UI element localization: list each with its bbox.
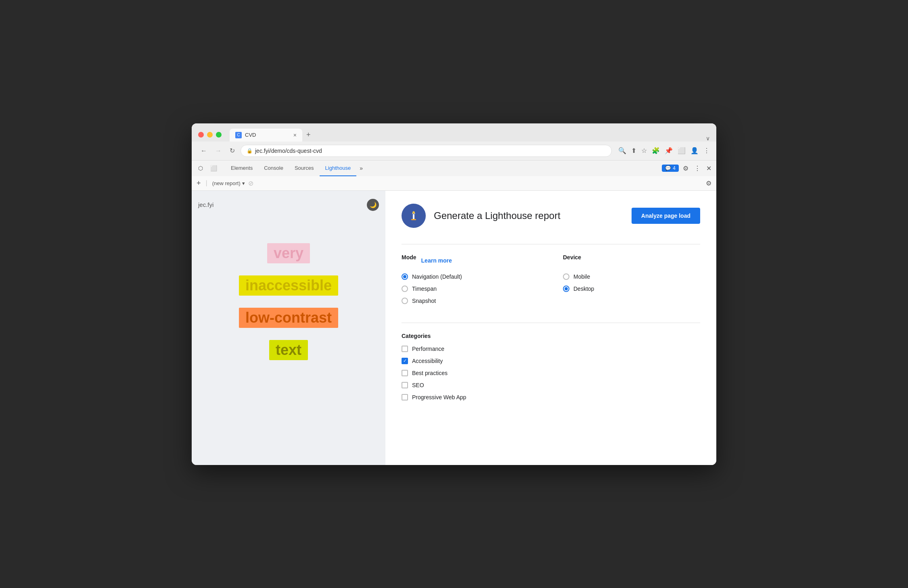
category-best-practices-option[interactable]: Best practices <box>402 370 700 376</box>
minimize-traffic-light[interactable] <box>207 132 213 138</box>
lock-icon: 🔒 <box>247 148 253 154</box>
learn-more-link[interactable]: Learn more <box>421 257 452 264</box>
devtools-close-button[interactable]: ✕ <box>705 163 713 174</box>
mode-timespan-option[interactable]: Timespan <box>402 286 539 292</box>
mode-snapshot-option[interactable]: Snapshot <box>402 298 539 304</box>
categories-section: Categories Performance ✓ Accessibility B… <box>402 333 700 400</box>
pin-icon[interactable]: 📌 <box>665 147 673 154</box>
category-pwa-option[interactable]: Progressive Web App <box>402 394 700 400</box>
mode-header: Mode Learn more <box>402 254 539 267</box>
profile-icon[interactable]: 👤 <box>690 147 699 154</box>
back-button[interactable]: ← <box>198 146 209 156</box>
header-divider <box>402 244 700 244</box>
tabs-chevron[interactable]: ∨ <box>706 135 710 142</box>
devtools-settings-button[interactable]: ⚙ <box>681 163 690 174</box>
mode-divider <box>402 323 700 323</box>
share-icon[interactable]: ⬆ <box>631 147 636 154</box>
category-performance-checkbox[interactable] <box>402 346 408 352</box>
forward-button[interactable]: → <box>213 146 224 156</box>
tab-favicon: C <box>235 132 242 138</box>
devtools-more-options-button[interactable]: ⋮ <box>693 163 702 174</box>
toolbar-add-button[interactable]: + <box>197 179 201 188</box>
analyze-page-load-button[interactable]: Analyze page load <box>632 208 700 224</box>
tab-lighthouse[interactable]: Lighthouse <box>320 161 357 176</box>
toolbar-report-selector[interactable]: (new report) ▾ <box>212 180 245 186</box>
svg-point-3 <box>412 211 415 214</box>
tab-title: CVD <box>245 132 256 138</box>
tab-console[interactable]: Console <box>258 161 289 176</box>
mode-snapshot-label: Snapshot <box>412 298 436 304</box>
svg-rect-1 <box>413 214 414 220</box>
reload-button[interactable]: ↻ <box>227 145 237 156</box>
device-desktop-label: Desktop <box>573 286 594 292</box>
mode-timespan-radio[interactable] <box>402 286 408 292</box>
devtools-badge[interactable]: 💬 4 <box>662 165 679 172</box>
maximize-traffic-light[interactable] <box>216 132 222 138</box>
category-seo-option[interactable]: SEO <box>402 382 700 388</box>
devtools-header: ⬡ ⬜ Elements Console Sources Lighthouse … <box>192 160 716 176</box>
new-tab-button[interactable]: + <box>302 128 315 142</box>
address-bar-row: ← → ↻ 🔒 jec.fyi/demo/cds-quest-cvd 🔍 ⬆ ☆… <box>192 142 716 160</box>
bookmark-icon[interactable]: ☆ <box>641 147 647 154</box>
address-icons: 🔍 ⬆ ☆ 🧩 📌 ⬜ 👤 ⋮ <box>618 147 710 154</box>
devtools-tabs: ⬡ ⬜ Elements Console Sources Lighthouse … <box>195 161 662 176</box>
category-performance-option[interactable]: Performance <box>402 346 700 352</box>
mode-navigation-radio[interactable] <box>402 273 408 280</box>
toolbar-separator: | <box>206 179 207 187</box>
url-display: jec.fyi/demo/cds-quest-cvd <box>255 148 322 154</box>
lighthouse-panel-title: Generate a Lighthouse report <box>434 210 623 221</box>
word-very: very <box>267 243 310 263</box>
website-content: very inaccessible low-contrast text <box>198 227 379 360</box>
device-mobile-option[interactable]: Mobile <box>563 273 700 280</box>
content-area: jec.fyi 🌙 very inaccessible low-contrast… <box>192 191 716 465</box>
close-traffic-light[interactable] <box>198 132 204 138</box>
device-desktop-radio[interactable] <box>563 286 569 292</box>
devtools-actions: 💬 4 ⚙ ⋮ ✕ <box>662 163 713 174</box>
badge-count: 4 <box>673 165 676 171</box>
category-seo-label: SEO <box>412 382 424 388</box>
website-logo: jec.fyi <box>198 201 213 208</box>
tabs-bar: C CVD × + ∨ <box>230 128 710 142</box>
menu-icon[interactable]: ⋮ <box>703 147 710 154</box>
category-seo-checkbox[interactable] <box>402 382 408 388</box>
toolbar-settings-button[interactable]: ⚙ <box>706 179 711 187</box>
theme-toggle-button[interactable]: 🌙 <box>367 199 379 211</box>
category-accessibility-option[interactable]: ✓ Accessibility <box>402 358 700 364</box>
search-icon[interactable]: 🔍 <box>618 147 626 154</box>
categories-label: Categories <box>402 333 700 339</box>
category-accessibility-checkbox[interactable]: ✓ <box>402 358 408 364</box>
website-header: jec.fyi 🌙 <box>198 199 379 211</box>
mode-group: Mode Learn more Navigation (Default) Tim… <box>402 254 539 310</box>
splitscreen-icon[interactable]: ⬜ <box>678 147 686 154</box>
device-tool-icon[interactable]: ⬜ <box>207 163 220 173</box>
lighthouse-header: Generate a Lighthouse report Analyze pag… <box>402 204 700 228</box>
moon-icon: 🌙 <box>370 202 377 208</box>
tab-close-button[interactable]: × <box>293 132 297 138</box>
browser-tab[interactable]: C CVD × <box>230 129 302 142</box>
mode-snapshot-radio[interactable] <box>402 298 408 304</box>
toolbar-block-button[interactable]: ⊘ <box>248 179 253 187</box>
mode-navigation-option[interactable]: Navigation (Default) <box>402 273 539 280</box>
word-inaccessible: inaccessible <box>239 275 338 296</box>
extensions-icon[interactable]: 🧩 <box>652 147 660 154</box>
device-label: Device <box>563 254 581 261</box>
tab-elements[interactable]: Elements <box>225 161 258 176</box>
inspect-tool-icon[interactable]: ⬡ <box>195 163 206 173</box>
category-pwa-checkbox[interactable] <box>402 394 408 400</box>
devtools-tools-icons: ⬡ ⬜ <box>195 163 220 173</box>
devtools-toolbar: + | (new report) ▾ ⊘ ⚙ <box>192 176 716 191</box>
tab-sources[interactable]: Sources <box>289 161 320 176</box>
device-mobile-radio[interactable] <box>563 273 569 280</box>
browser-window: C CVD × + ∨ ← → ↻ 🔒 jec.fyi/demo/cds-que… <box>192 123 716 465</box>
device-mobile-label: Mobile <box>573 273 590 280</box>
badge-icon: 💬 <box>665 165 671 171</box>
devtools-panel: Generate a Lighthouse report Analyze pag… <box>385 191 716 465</box>
category-best-practices-checkbox[interactable] <box>402 370 408 376</box>
website-panel: jec.fyi 🌙 very inaccessible low-contrast… <box>192 191 385 465</box>
device-desktop-option[interactable]: Desktop <box>563 286 700 292</box>
address-field[interactable]: 🔒 jec.fyi/demo/cds-quest-cvd <box>241 145 612 157</box>
category-best-practices-label: Best practices <box>412 370 448 376</box>
devtools-more-tabs[interactable]: » <box>356 165 366 171</box>
dropdown-icon: ▾ <box>242 180 245 186</box>
device-header: Device <box>563 254 700 267</box>
